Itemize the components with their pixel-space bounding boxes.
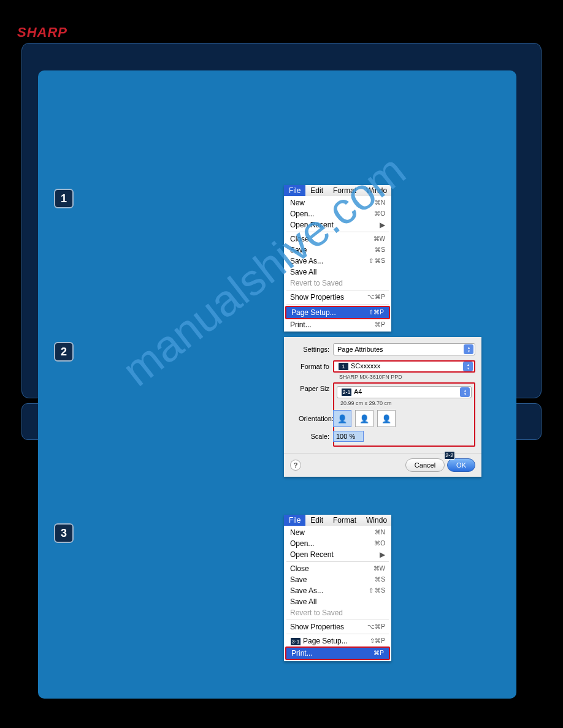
settings-select[interactable]: Page Attributes (333, 343, 475, 355)
format-label: Format fo (290, 363, 333, 370)
ppd-text: SHARP MX-3610FN PPD (339, 374, 475, 380)
file-menu-1: File Edit Format Windo New⌘N Open...⌘O O… (284, 185, 391, 332)
menubar: File Edit Format Windo (284, 515, 391, 526)
step-3-badge: 3 (54, 523, 74, 543)
file-menu-2: File Edit Format Windo New⌘N Open...⌘O O… (284, 515, 391, 661)
menu-save-all[interactable]: Save All (284, 267, 391, 278)
menu-page-setup[interactable]: Page Setup...⇧⌘P (285, 306, 390, 319)
orient-portrait[interactable]: 👤 (333, 410, 351, 427)
menubar-edit[interactable]: Edit (305, 185, 328, 196)
format-select[interactable]: 1SCxxxxxx (333, 360, 475, 373)
menu-revert: Revert to Saved (284, 278, 391, 289)
orient-landscape-r[interactable]: 👤 (377, 410, 396, 427)
menu-open-recent[interactable]: Open Recent▶ (284, 219, 391, 230)
menu-save-as[interactable]: Save As...⇧ ⌘S (284, 256, 391, 267)
menubar-window[interactable]: Windo (361, 185, 392, 196)
menubar-file[interactable]: File (284, 185, 305, 196)
settings-label: Settings: (290, 346, 333, 353)
menu-print[interactable]: Print...⌘P (284, 319, 391, 330)
dropdown-icon (460, 387, 470, 397)
menu-page-setup[interactable]: 3-1Page Setup...⇧⌘P (284, 635, 391, 646)
menubar: File Edit Format Windo (284, 185, 391, 196)
menubar-file[interactable]: File (284, 515, 305, 526)
menu-close[interactable]: Close⌘W (284, 563, 391, 574)
menu-save[interactable]: Save⌘S (284, 574, 391, 585)
menu-print[interactable]: Print...⌘P (285, 646, 390, 660)
menubar-format[interactable]: Format (328, 515, 361, 526)
menu-show-properties[interactable]: Show Properties⌥⌘P (284, 621, 391, 632)
menu-save-all[interactable]: Save All (284, 596, 391, 607)
scale-label: Scale: (299, 433, 333, 440)
menubar-edit[interactable]: Edit (305, 515, 328, 526)
menu-close[interactable]: Close⌘W (284, 233, 391, 245)
orient-landscape-l[interactable]: 👤 (355, 410, 373, 427)
menubar-format[interactable]: Format (328, 185, 361, 196)
menubar-window[interactable]: Windo (361, 515, 392, 526)
ok-button[interactable]: OK (447, 458, 475, 472)
ok-badge: 2-2 (444, 451, 455, 460)
step-1-badge: 1 (54, 189, 74, 208)
menu-save[interactable]: Save⌘S (284, 245, 391, 256)
scale-input[interactable] (333, 431, 364, 442)
cancel-button[interactable]: Cancel (405, 458, 445, 472)
paper-dimensions: 20.99 cm x 29.70 cm (340, 400, 472, 406)
dropdown-icon (463, 362, 473, 371)
menu-show-properties[interactable]: Show Properties⌥⌘P (284, 292, 391, 303)
menu-save-as[interactable]: Save As...⇧ ⌘S (284, 585, 391, 596)
help-button[interactable]: ? (290, 460, 301, 471)
brand-logo: SHARP (17, 25, 67, 40)
menu-open[interactable]: Open...⌘O (284, 538, 391, 549)
paper-select[interactable]: 2-1A4 (337, 386, 472, 398)
page-setup-dialog: Settings: Page Attributes Format fo 1SCx… (284, 337, 481, 477)
dropdown-icon (464, 344, 473, 354)
menu-revert: Revert to Saved (284, 607, 391, 618)
menu-open-recent[interactable]: Open Recent▶ (284, 549, 391, 560)
orient-label: Orientation: (299, 415, 333, 422)
menu-open[interactable]: Open...⌘O (284, 208, 391, 219)
step-2-badge: 2 (54, 342, 74, 362)
menu-new[interactable]: New⌘N (284, 527, 391, 538)
menu-new[interactable]: New⌘N (284, 197, 391, 208)
